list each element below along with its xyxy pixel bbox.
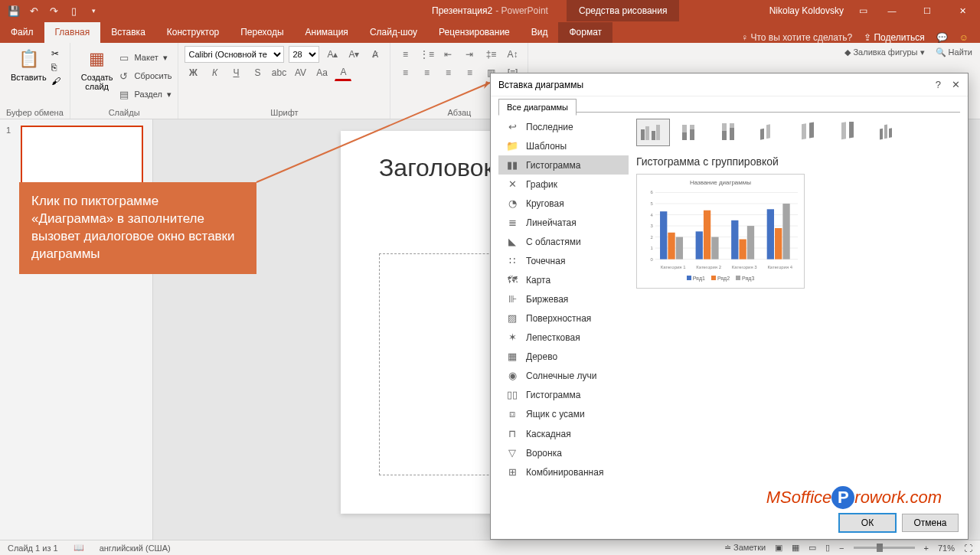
reading-view-icon[interactable]: ▭ — [808, 543, 816, 553]
tab-file[interactable]: Файл — [0, 22, 44, 43]
cat-waterfall[interactable]: ⊓Каскадная — [498, 424, 629, 443]
cat-radar[interactable]: ✶Лепестковая — [498, 328, 629, 347]
text-direction-icon[interactable]: A↕ — [504, 46, 521, 63]
tab-format[interactable]: Формат — [558, 22, 612, 43]
zoom-level[interactable]: 71% — [938, 544, 955, 553]
subtype-3d-column[interactable] — [875, 119, 909, 146]
cat-map[interactable]: 🗺Карта — [498, 270, 629, 289]
zoom-slider[interactable] — [854, 547, 915, 549]
redo-icon[interactable]: ↷ — [47, 5, 60, 17]
new-slide-button[interactable]: ▦ Создать слайд — [77, 45, 118, 103]
cat-combo[interactable]: ⊞Комбинированная — [498, 462, 629, 482]
font-name-select[interactable]: Calibri (Основной те — [185, 46, 284, 63]
notes-button[interactable]: ≐ Заметки — [724, 543, 766, 553]
layout-button[interactable]: ▭Макет ▾ — [118, 48, 172, 67]
ribbon-display-icon[interactable]: ▭ — [851, 5, 874, 16]
tab-view[interactable]: Вид — [521, 22, 559, 43]
cat-funnel[interactable]: ▽Воронка — [498, 443, 629, 462]
zoom-in-icon[interactable]: + — [924, 544, 929, 553]
underline-icon[interactable]: Ч — [227, 64, 244, 81]
tab-animations[interactable]: Анимация — [295, 22, 359, 43]
cat-column[interactable]: ▮▮Гистограмма — [498, 155, 629, 175]
cat-stock[interactable]: ⊪Биржевая — [498, 289, 629, 309]
cancel-button[interactable]: Отмена — [902, 514, 959, 532]
subtype-3d-100stacked[interactable] — [835, 119, 869, 146]
language-indicator[interactable]: английский (США) — [100, 544, 171, 553]
cat-histogram[interactable]: ▯▯Гистограмма — [498, 385, 629, 404]
justify-icon[interactable]: ≡ — [461, 64, 478, 81]
numbering-icon[interactable]: ⋮≡ — [418, 46, 435, 63]
tab-home[interactable]: Главная — [44, 22, 101, 43]
strike-icon[interactable]: S — [249, 64, 266, 81]
tab-slideshow[interactable]: Слайд-шоу — [359, 22, 428, 43]
cat-sunburst[interactable]: ◉Солнечные лучи — [498, 366, 629, 385]
maximize-button[interactable]: ☐ — [910, 0, 945, 21]
clear-format-icon[interactable]: A̷ — [367, 46, 384, 63]
zoom-out-icon[interactable]: − — [839, 544, 844, 553]
tab-design[interactable]: Конструктор — [156, 22, 230, 43]
case-icon[interactable]: Aa — [313, 64, 330, 81]
spell-check-icon[interactable]: 📖 — [74, 543, 84, 553]
tab-all-charts[interactable]: Все диаграммы — [498, 99, 577, 116]
cat-pie[interactable]: ◔Круговая — [498, 194, 629, 213]
chart-preview[interactable]: Название диаграммы 0123456Категория 1Кат… — [636, 174, 805, 289]
font-size-select[interactable]: 28 — [289, 46, 319, 63]
tab-transitions[interactable]: Переходы — [230, 22, 294, 43]
share-button[interactable]: ⇪ Поделиться — [864, 32, 925, 43]
slideshow-view-icon[interactable]: ▯ — [825, 543, 830, 553]
cat-surface[interactable]: ▨Поверхностная — [498, 309, 629, 328]
find-button[interactable]: 🔍 Найти — [936, 47, 972, 57]
reset-button[interactable]: ↺Сбросить — [118, 67, 172, 85]
line-spacing-icon[interactable]: ‡≡ — [482, 46, 499, 63]
bold-icon[interactable]: Ж — [185, 64, 201, 81]
section-button[interactable]: ▤Раздел ▾ — [118, 85, 172, 103]
indent-inc-icon[interactable]: ⇥ — [461, 46, 478, 63]
comments-icon[interactable]: 💬 — [936, 32, 948, 43]
smile-icon[interactable]: ☺ — [959, 32, 969, 43]
normal-view-icon[interactable]: ▣ — [775, 543, 782, 553]
copy-icon[interactable]: ⎘ — [51, 62, 60, 73]
paste-button[interactable]: 📋 Вставить — [6, 45, 51, 87]
close-button[interactable]: ✕ — [945, 0, 980, 21]
subtype-3d-stacked[interactable] — [795, 119, 829, 146]
align-left-icon[interactable]: ≡ — [397, 64, 413, 81]
font-color-icon[interactable]: A — [335, 64, 351, 81]
shadow-icon[interactable]: abc — [270, 64, 287, 81]
subtype-stacked[interactable] — [676, 119, 710, 146]
dialog-close-icon[interactable]: ✕ — [952, 79, 960, 90]
save-icon[interactable]: 💾 — [8, 5, 20, 17]
sorter-view-icon[interactable]: ▦ — [792, 543, 799, 553]
cat-scatter[interactable]: ∷Точечная — [498, 251, 629, 270]
tab-review[interactable]: Рецензирование — [428, 22, 521, 43]
dialog-help-icon[interactable]: ? — [936, 79, 941, 90]
italic-icon[interactable]: К — [206, 64, 223, 81]
subtype-100stacked[interactable] — [716, 119, 750, 146]
qat-more-icon[interactable]: ▾ — [87, 5, 100, 17]
subtype-clustered[interactable] — [636, 119, 670, 146]
cat-recent[interactable]: ↩Последние — [498, 117, 629, 136]
cat-area[interactable]: ◣С областями — [498, 232, 629, 251]
subtype-3d-clustered[interactable] — [756, 119, 789, 146]
start-from-beginning-icon[interactable]: ▯ — [67, 5, 80, 17]
format-painter-icon[interactable]: 🖌 — [51, 76, 60, 87]
shrink-font-icon[interactable]: A▾ — [345, 46, 362, 63]
align-right-icon[interactable]: ≡ — [439, 64, 456, 81]
undo-icon[interactable]: ↶ — [28, 5, 40, 17]
align-center-icon[interactable]: ≡ — [418, 64, 435, 81]
fit-to-window-icon[interactable]: ⛶ — [964, 544, 972, 553]
tell-me[interactable]: ♀ Что вы хотите сделать? — [741, 32, 852, 43]
indent-dec-icon[interactable]: ⇤ — [439, 46, 456, 63]
ok-button[interactable]: ОК — [839, 514, 896, 532]
grow-font-icon[interactable]: A▴ — [324, 46, 341, 63]
minimize-button[interactable]: — — [874, 0, 910, 21]
bullets-icon[interactable]: ≡ — [397, 46, 413, 63]
spacing-icon[interactable]: AV — [292, 64, 309, 81]
cat-bar[interactable]: ≣Линейчатая — [498, 213, 629, 232]
cat-treemap[interactable]: ▦Дерево — [498, 347, 629, 366]
cat-line[interactable]: ✕График — [498, 175, 629, 194]
cut-icon[interactable]: ✂ — [51, 48, 60, 59]
cat-boxwhisker[interactable]: ⧈Ящик с усами — [498, 404, 629, 424]
cat-templates[interactable]: 📁Шаблоны — [498, 136, 629, 155]
shape-fill-button[interactable]: ◆ Заливка фигуры ▾ — [844, 47, 924, 57]
tab-insert[interactable]: Вставка — [100, 22, 156, 43]
